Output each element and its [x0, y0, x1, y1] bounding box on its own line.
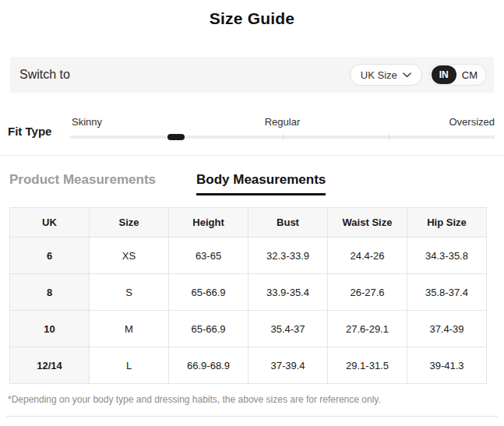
measurement-tabs: Product Measurements Body Measurements: [0, 172, 504, 195]
slider-tick-75: [389, 134, 389, 140]
cell-waist: 27.6-29.1: [328, 311, 407, 347]
col-header-waist: Waist Size: [328, 208, 407, 238]
fit-option-regular: Regular: [265, 116, 301, 128]
cell-waist: 26-27.6: [328, 274, 407, 311]
cell-uk: 8: [10, 274, 90, 311]
table-row: 12/14 L 66.9-68.9 37-39.4 29.1-31.5 39-4…: [10, 347, 487, 384]
col-header-height: Height: [169, 208, 248, 238]
reference-footnote: *Depending on your body type and dressin…: [8, 394, 496, 405]
table-row: 8 S 65-66.9 33.9-35.4 26-27.6 35.8-37.4: [10, 274, 487, 311]
chevron-down-icon: [403, 72, 411, 78]
cell-hip: 34.3-35.8: [407, 238, 487, 274]
col-header-uk: UK: [10, 208, 90, 238]
table-header-row: UK Size Height Bust Waist Size Hip Size: [10, 208, 487, 238]
cell-height: 65-66.9: [169, 311, 248, 347]
cell-uk: 6: [10, 238, 90, 274]
cell-bust: 35.4-37: [248, 311, 328, 347]
fit-slider-labels: Skinny Regular Oversized: [70, 116, 495, 129]
col-header-size: Size: [90, 208, 169, 238]
fit-option-oversized: Oversized: [449, 116, 495, 128]
switch-to-label: Switch to: [19, 68, 70, 82]
col-header-hip: Hip Size: [407, 208, 487, 238]
cell-uk: 12/14: [10, 347, 90, 384]
cell-height: 63-65: [169, 238, 248, 274]
slider-tick-50: [283, 134, 284, 140]
size-table: UK Size Height Bust Waist Size Hip Size …: [9, 207, 487, 384]
cell-height: 66.9-68.9: [169, 347, 248, 384]
size-system-selected: UK Size: [361, 69, 397, 81]
fit-option-skinny: Skinny: [72, 116, 102, 128]
col-header-bust: Bust: [248, 208, 328, 238]
fit-type-slider: Skinny Regular Oversized: [70, 116, 495, 139]
cell-hip: 39-41.3: [407, 347, 487, 384]
cell-height: 65-66.9: [169, 274, 248, 311]
fit-type-section: Fit Type Skinny Regular Oversized: [0, 116, 504, 139]
cell-hip: 37.4-39: [407, 311, 487, 347]
table-row: 10 M 65-66.9 35.4-37 27.6-29.1 37.4-39: [10, 311, 487, 347]
unit-toggle: IN CM: [429, 64, 487, 86]
cell-waist: 24.4-26: [328, 238, 407, 274]
switch-controls: UK Size IN CM: [350, 64, 487, 86]
cell-bust: 37-39.4: [248, 347, 328, 384]
tab-body-measurements[interactable]: Body Measurements: [196, 172, 326, 195]
table-row: 6 XS 63-65 32.3-33.9 24.4-26 34.3-35.8: [10, 238, 487, 274]
size-guide-panel: Size Guide Switch to UK Size IN CM Fit T…: [0, 0, 504, 426]
unit-cm-button[interactable]: CM: [456, 69, 485, 81]
unit-in-button[interactable]: IN: [432, 65, 456, 84]
cell-size: M: [90, 311, 169, 347]
page-title: Size Guide: [0, 0, 504, 28]
tab-product-measurements[interactable]: Product Measurements: [9, 172, 156, 195]
cell-uk: 10: [10, 311, 90, 347]
cell-size: L: [90, 347, 169, 384]
cell-bust: 33.9-35.4: [248, 274, 328, 311]
size-system-dropdown[interactable]: UK Size: [350, 64, 422, 86]
fit-type-label: Fit Type: [8, 125, 70, 139]
switch-bar: Switch to UK Size IN CM: [10, 57, 494, 93]
fit-slider-handle[interactable]: [167, 134, 185, 140]
cell-hip: 35.8-37.4: [407, 274, 487, 311]
cell-size: S: [90, 274, 169, 311]
fit-slider-track[interactable]: [70, 136, 495, 139]
cell-waist: 29.1-31.5: [328, 347, 407, 384]
fit-section-divider: [0, 155, 504, 156]
cell-bust: 32.3-33.9: [248, 238, 328, 274]
cell-size: XS: [90, 238, 169, 274]
bottom-divider: [6, 416, 498, 417]
